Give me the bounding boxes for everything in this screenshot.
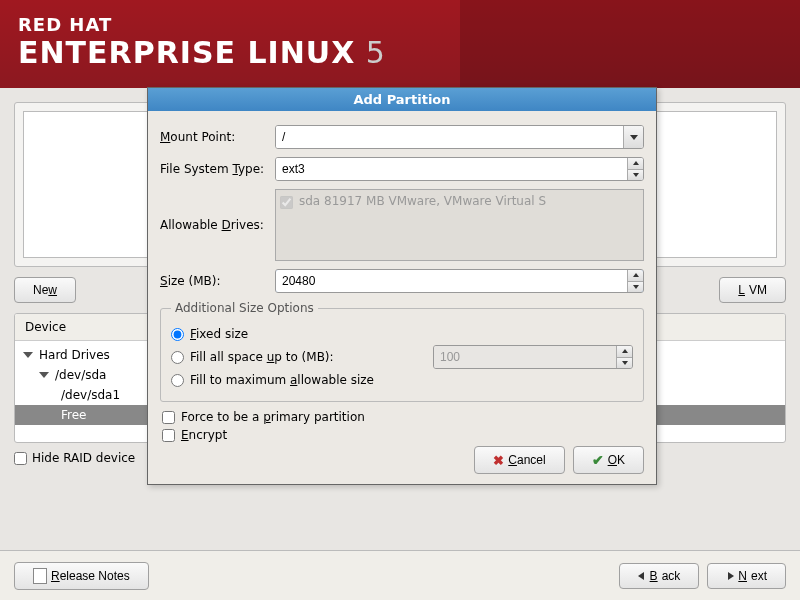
- fixed-size-radio[interactable]: [171, 328, 184, 341]
- release-notes-button[interactable]: Release Notes: [14, 562, 149, 590]
- new-button[interactable]: New: [14, 277, 76, 303]
- size-options-fieldset: Additional Size Options Fixed size Fill …: [160, 301, 644, 402]
- document-icon: [33, 568, 47, 584]
- updown-icon[interactable]: [627, 158, 643, 180]
- encrypt-checkbox[interactable]: [162, 429, 175, 442]
- size-spinner[interactable]: [275, 269, 644, 293]
- mount-point-combo[interactable]: [275, 125, 644, 149]
- fill-up-to-label: Fill all space up to (MB):: [190, 350, 334, 364]
- drive-sda-label: sda 81917 MB VMware, VMware Virtual S: [299, 194, 546, 208]
- updown-icon: [616, 346, 632, 368]
- hide-raid-checkbox[interactable]: [14, 452, 27, 465]
- encrypt-label: Encrypt: [181, 428, 227, 442]
- cancel-button[interactable]: ✖ Cancel: [474, 446, 564, 474]
- fill-up-to-radio[interactable]: [171, 351, 184, 364]
- force-primary-label: Force to be a primary partition: [181, 410, 365, 424]
- size-label: Size (MB):: [160, 274, 275, 288]
- ok-icon: ✔: [592, 452, 604, 468]
- arrow-left-icon: [638, 569, 646, 583]
- fstype-combo[interactable]: [275, 157, 644, 181]
- ok-button[interactable]: ✔ OK: [573, 446, 644, 474]
- expand-icon: [39, 372, 49, 378]
- next-button[interactable]: Next: [707, 563, 786, 589]
- lvm-button[interactable]: LVM: [719, 277, 786, 303]
- size-input[interactable]: [276, 270, 627, 292]
- drive-sda-checkbox: [280, 196, 293, 209]
- force-primary-checkbox[interactable]: [162, 411, 175, 424]
- arrow-right-icon: [726, 569, 734, 583]
- fixed-size-label: Fixed size: [190, 327, 248, 341]
- mount-point-input[interactable]: [276, 126, 623, 148]
- fill-max-label: Fill to maximum allowable size: [190, 373, 374, 387]
- fill-up-to-input: [434, 346, 616, 368]
- col-device[interactable]: Device: [15, 314, 155, 340]
- fstype-label: File System Type:: [160, 162, 275, 176]
- fstype-value[interactable]: [276, 158, 627, 180]
- fill-max-radio[interactable]: [171, 374, 184, 387]
- header-pattern: [460, 0, 800, 88]
- drives-label: Allowable Drives:: [160, 218, 275, 232]
- allowable-drives-list[interactable]: sda 81917 MB VMware, VMware Virtual S: [275, 189, 644, 261]
- updown-icon[interactable]: [627, 270, 643, 292]
- back-button[interactable]: Back: [619, 563, 700, 589]
- expand-icon: [23, 352, 33, 358]
- size-options-legend: Additional Size Options: [171, 301, 318, 315]
- dialog-title: Add Partition: [148, 88, 656, 111]
- mount-point-label: Mount Point:: [160, 130, 275, 144]
- add-partition-dialog: Add Partition Mount Point: File System T…: [147, 87, 657, 485]
- installer-header: RED HAT ENTERPRISE LINUX 5: [0, 0, 800, 88]
- dropdown-icon[interactable]: [623, 126, 643, 148]
- cancel-icon: ✖: [493, 453, 504, 468]
- fill-up-to-spinner: [433, 345, 633, 369]
- hide-raid-label: Hide RAID device: [32, 451, 135, 465]
- footer-bar: Release Notes Back Next: [0, 550, 800, 600]
